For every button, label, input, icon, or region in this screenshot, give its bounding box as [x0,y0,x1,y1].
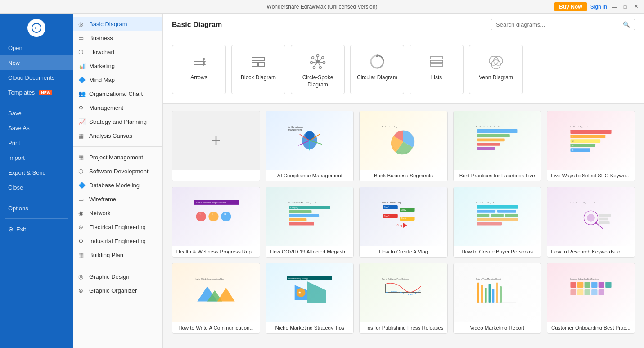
sidebar-item-open[interactable]: Open [0,41,73,55]
template-ai[interactable]: AI Compliance Management AI Compliance M… [266,111,354,181]
svg-rect-43 [477,129,517,133]
sign-in-link[interactable]: Sign In [590,4,607,10]
sidebar-item-import[interactable]: Import [0,150,73,165]
sub-sidebar-item-building[interactable]: ▦ Building Plan [73,248,162,262]
svg-rect-87 [477,210,495,213]
template-keywords[interactable]: How to Research Keywords for S... How to [547,187,635,258]
minimize-button[interactable]: — [611,3,618,10]
sub-sidebar-sep-1 [73,146,162,147]
template-buyer[interactable]: How to Create Buyer Personas [453,187,541,258]
template-health[interactable]: Health & Wellness Progress Report 1 2 3 … [172,187,260,258]
bank-label: Bank Business Segments [360,170,447,181]
template-new-blank[interactable]: + [172,111,260,181]
app-logo[interactable]: ← [27,19,45,37]
customer-thumb: Customer Onboarding Best Practices [547,263,635,322]
category-venn[interactable]: Venn Diagram [469,45,523,94]
svg-point-21 [311,62,313,64]
sub-sidebar-item-strategy[interactable]: 📈 Strategy and Planning [73,115,162,129]
print-label: Print [8,140,20,146]
sub-sidebar-item-graphic-organizer[interactable]: ⊗ Graphic Organizer [73,284,162,298]
svg-marker-1 [203,58,206,60]
template-press[interactable]: Tips for Publishing Press Releases Tips … [359,263,447,334]
sub-sidebar-item-project[interactable]: ▦ Project Management [73,150,162,164]
template-comm[interactable]: How to Write A Communications Plan How t… [172,263,260,334]
buy-now-button[interactable]: Buy Now [554,2,586,11]
sub-sidebar-item-mindmap[interactable]: 🔷 Mind Map [73,73,162,87]
svg-rect-46 [477,143,500,146]
category-lists[interactable]: Lists [410,45,464,94]
search-icon[interactable]: 🔍 [623,21,630,28]
category-circle-spoke[interactable]: Circle-Spoke Diagram [291,45,345,94]
bank-thumb: Bank Business Segments [360,111,447,170]
svg-text:AI Compliance: AI Compliance [288,126,303,128]
open-label: Open [8,45,23,51]
sub-sidebar-item-graphic-design[interactable]: ◎ Graphic Design [73,270,162,284]
template-seo[interactable]: Five Ways to Figure out... 01 02 03 04 [547,111,635,181]
maximize-button[interactable]: □ [621,3,629,10]
sidebar-item-exit[interactable]: ⊝ Exit [0,221,73,237]
svg-rect-101 [599,221,610,224]
svg-rect-134 [591,289,597,295]
app-layout: ← Open New Cloud Documents Templates NEW… [0,14,644,348]
template-video[interactable]: State of Video Marketing Report [453,263,541,334]
svg-marker-83 [403,223,407,228]
export-label: Export & Send [8,169,46,176]
sub-sidebar-item-management[interactable]: ⚙ Management [73,101,162,115]
svg-text:Step 4: Step 4 [401,217,407,220]
template-vlog[interactable]: How to Create A Vlog Step 1 Step 2 Step … [359,187,447,258]
sub-sidebar-item-basic[interactable]: ◎ Basic Diagram [73,17,162,31]
sub-sidebar-label-graphic-organizer: Graphic Organizer [89,287,137,294]
circle-spoke-label: Circle-Spoke Diagram [295,74,341,88]
sub-sidebar-item-software[interactable]: ⬡ Software Development [73,164,162,178]
svg-rect-92 [477,218,518,221]
svg-text:State of Video Marketing Repor: State of Video Marketing Report [476,278,501,280]
template-niche[interactable]: Niche Marketing Strategy ★ Niche Marketi… [266,263,354,334]
category-block[interactable]: Block Diagram [231,45,285,94]
sidebar-item-cloud[interactable]: Cloud Documents [0,70,73,85]
svg-point-96 [587,214,595,222]
sidebar-item-print[interactable]: Print [0,136,73,150]
svg-rect-133 [584,289,590,295]
sub-sidebar-item-network[interactable]: ◉ Network [73,206,162,220]
sub-sidebar-item-wireframe[interactable]: ▭ Wireframe [73,192,162,206]
template-covid[interactable]: How COVID-19 Affected Megatrends Categor… [266,187,354,258]
svg-text:How COVID-19 Affected Megatren: How COVID-19 Affected Megatrends [288,202,317,204]
window-controls: — □ ✕ [611,3,639,10]
circular-label: Circular Diagram [354,74,400,81]
category-circular[interactable]: Circular Diagram [350,45,404,94]
sidebar-divider-2 [5,198,68,198]
sub-sidebar-item-marketing[interactable]: 📊 Marketing [73,59,162,73]
close-button[interactable]: ✕ [632,3,639,10]
search-input[interactable] [496,21,620,28]
svg-text:Five Ways to Figure out...: Five Ways to Figure out... [570,126,590,128]
sidebar-item-options[interactable]: Options [0,201,73,216]
sub-sidebar-item-flowchart[interactable]: ⬡ Flowchart [73,45,162,59]
sub-sidebar-item-analysis[interactable]: ▦ Analysis Canvas [73,129,162,143]
search-bar: 🔍 [491,19,635,30]
template-bank[interactable]: Bank Business Segments Bank Business Seg… [359,111,447,181]
ai-thumb: AI Compliance Management [266,111,353,170]
sidebar-item-export[interactable]: Export & Send [0,165,73,180]
sidebar-item-close[interactable]: Close [0,180,73,195]
svg-text:Tips for Publishing Press Rele: Tips for Publishing Press Releases [382,278,409,280]
business-icon: ▭ [78,35,84,41]
marketing-icon: 📊 [78,63,86,69]
options-label: Options [8,205,28,212]
sub-sidebar-item-industrial[interactable]: ⚙ Industrial Engineering [73,234,162,248]
sidebar-item-save-as[interactable]: Save As [0,121,73,136]
svg-rect-89 [477,214,489,217]
svg-rect-125 [570,282,576,288]
blank-label [172,170,260,181]
electrical-icon: ⊕ [78,224,83,230]
template-customer[interactable]: Customer Onboarding Best Practices [547,263,635,334]
sub-sidebar-item-database[interactable]: 🔷 Database Modeling [73,178,162,192]
sidebar-item-save[interactable]: Save [0,106,73,121]
sidebar-item-new[interactable]: New [0,55,73,70]
template-fb[interactable]: Best Practices for Facebook Live Best Pr… [453,111,541,181]
sub-sidebar-item-electrical[interactable]: ⊕ Electrical Engineering [73,220,162,234]
sub-sidebar-item-orgchart[interactable]: 👥 Organizational Chart [73,87,162,101]
category-arrows[interactable]: Arrows [172,45,226,94]
content-area: ◎ Basic Diagram ▭ Business ⬡ Flowchart 📊… [73,14,644,348]
sub-sidebar-item-business[interactable]: ▭ Business [73,31,162,45]
sidebar-item-templates[interactable]: Templates NEW [0,85,73,100]
